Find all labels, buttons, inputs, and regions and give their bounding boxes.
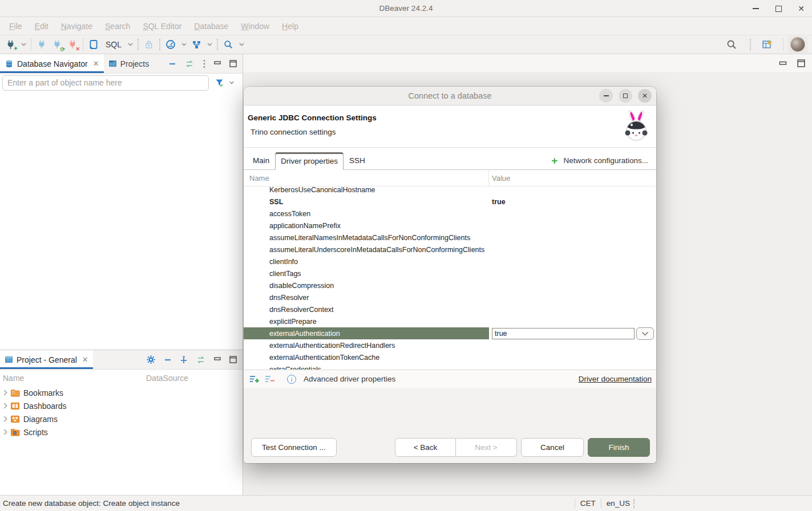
remove-property-icon[interactable] xyxy=(265,375,275,383)
property-value-dropdown-button[interactable] xyxy=(636,327,654,340)
link-with-editor-icon[interactable] xyxy=(196,356,206,364)
menu-edit[interactable]: Edit xyxy=(29,19,54,34)
property-row[interactable]: dnsResolverContext xyxy=(244,303,656,315)
dialog-minimize-button[interactable] xyxy=(599,89,613,103)
user-avatar[interactable] xyxy=(788,36,807,53)
editor-strip xyxy=(243,54,812,73)
property-row[interactable]: KerberosUseCanonicalHostname xyxy=(244,186,656,196)
network-configurations-button[interactable]: + Network configurations... xyxy=(551,156,652,169)
property-row-selected[interactable]: externalAuthentication xyxy=(244,327,656,339)
dialog-titlebar[interactable]: Connect to a database ✕ xyxy=(244,87,656,106)
column-name[interactable]: Name xyxy=(244,170,489,186)
dashboard-dropdown-icon[interactable] xyxy=(181,43,187,46)
navigator-tree[interactable] xyxy=(0,92,243,350)
expand-all-icon[interactable] xyxy=(180,356,188,364)
chevron-right-icon[interactable] xyxy=(3,390,8,396)
finish-button[interactable]: Finish xyxy=(588,438,650,457)
tree-item-diagrams[interactable]: Diagrams xyxy=(0,412,243,425)
menu-file[interactable]: File xyxy=(3,19,28,34)
window-maximize-button[interactable] xyxy=(773,3,783,14)
collapse-all-icon[interactable] xyxy=(164,356,172,364)
driver-documentation-link[interactable]: Driver documentation xyxy=(579,375,652,383)
chevron-right-icon[interactable] xyxy=(3,416,8,422)
collapse-all-icon[interactable] xyxy=(168,60,176,68)
add-property-icon[interactable] xyxy=(249,375,260,383)
sql-editor-icon[interactable] xyxy=(88,38,99,51)
menu-database[interactable]: Database xyxy=(188,19,234,34)
new-connection-plug-icon[interactable]: + xyxy=(5,38,16,51)
tree-item-scripts[interactable]: Scripts xyxy=(0,425,243,439)
window-close-button[interactable]: ✕ xyxy=(796,3,806,14)
cancel-button[interactable]: Cancel xyxy=(521,438,584,457)
projects-icon xyxy=(108,59,117,68)
driver-manager-icon[interactable] xyxy=(191,38,202,51)
property-row[interactable]: clientInfo xyxy=(244,256,656,267)
next-button[interactable]: Next > xyxy=(456,438,517,457)
test-connection-button[interactable]: Test Connection ... xyxy=(251,438,337,457)
dashboard-gauge-icon[interactable] xyxy=(165,38,176,51)
tree-item-bookmarks[interactable]: Bookmarks xyxy=(0,386,243,399)
property-row[interactable]: externalAuthenticationRedirectHandlers xyxy=(244,339,656,351)
window-minimize-button[interactable] xyxy=(750,3,761,14)
settings-gear-icon[interactable] xyxy=(146,355,156,364)
maximize-panel-icon[interactable] xyxy=(229,60,237,67)
property-row[interactable]: disableCompression xyxy=(244,279,656,291)
reconnect-plug-icon[interactable]: ⟳ xyxy=(51,38,63,51)
tab-main[interactable]: Main xyxy=(247,152,275,169)
dialog-close-button[interactable]: ✕ xyxy=(638,89,652,103)
column-datasource[interactable]: DataSource xyxy=(146,374,243,383)
sql-dropdown-icon[interactable] xyxy=(128,43,133,46)
column-name[interactable]: Name xyxy=(0,374,146,383)
property-row[interactable]: explicitPrepare xyxy=(244,315,656,327)
menu-navigate[interactable]: Navigate xyxy=(55,19,98,34)
disconnect-plug-icon[interactable]: ✕ xyxy=(67,38,78,51)
tab-database-navigator[interactable]: Database Navigator ✕ xyxy=(0,54,104,73)
property-row[interactable]: assumeLiteralUnderscoreInMetadataCallsFo… xyxy=(244,244,656,256)
menu-search[interactable]: Search xyxy=(99,19,136,34)
maximize-panel-icon[interactable] xyxy=(229,356,237,363)
show-view-icon[interactable] xyxy=(761,38,773,51)
property-row[interactable]: dnsResolver xyxy=(244,291,656,303)
property-row[interactable]: externalAuthenticationTokenCache xyxy=(244,351,656,363)
menu-window[interactable]: Window xyxy=(235,19,275,34)
tab-driver-properties[interactable]: Driver properties xyxy=(275,152,344,170)
view-menu-icon[interactable] xyxy=(203,59,206,68)
connect-plug-icon[interactable] xyxy=(36,38,47,51)
chevron-right-icon[interactable] xyxy=(3,429,8,435)
tab-close-icon[interactable]: ✕ xyxy=(93,59,99,68)
minimize-editor-icon[interactable] xyxy=(779,60,787,67)
minimize-panel-icon[interactable] xyxy=(214,356,221,363)
property-row[interactable]: SSLtrue xyxy=(244,196,656,208)
driver-manager-dropdown-icon[interactable] xyxy=(207,43,212,46)
back-button[interactable]: < Back xyxy=(395,438,456,457)
object-filter-input[interactable] xyxy=(2,75,209,91)
new-connection-dropdown-icon[interactable] xyxy=(21,43,26,46)
sql-toolbar-label[interactable]: SQL xyxy=(106,40,122,49)
tab-close-icon[interactable]: ✕ xyxy=(82,355,88,364)
global-search-icon[interactable] xyxy=(726,38,737,51)
search-dropdown-icon[interactable] xyxy=(239,43,244,46)
tree-item-dashboards[interactable]: Dashboards xyxy=(0,399,243,412)
tab-projects[interactable]: Projects xyxy=(104,54,154,73)
auto-commit-lock-icon[interactable] xyxy=(143,38,155,51)
property-row[interactable]: extraCredentials xyxy=(244,363,656,370)
property-row[interactable]: applicationNamePrefix xyxy=(244,220,656,232)
property-row[interactable]: clientTags xyxy=(244,267,656,279)
tab-ssh[interactable]: SSH xyxy=(344,152,371,169)
property-row[interactable]: accessToken xyxy=(244,208,656,220)
tab-project-general[interactable]: Project - General ✕ xyxy=(0,350,93,369)
property-row[interactable]: assumeLiteralNamesInMetadataCallsForNonC… xyxy=(244,232,656,244)
property-value-input[interactable] xyxy=(492,328,635,339)
status-locale[interactable]: en_US xyxy=(607,499,630,508)
menu-sql-editor[interactable]: SQL Editor xyxy=(137,19,187,34)
link-with-editor-icon[interactable] xyxy=(184,60,195,68)
chevron-right-icon[interactable] xyxy=(3,403,8,409)
menu-help[interactable]: Help xyxy=(276,19,304,34)
column-value[interactable]: Value xyxy=(489,174,656,182)
minimize-panel-icon[interactable] xyxy=(214,60,221,67)
search-db-icon[interactable] xyxy=(223,38,234,51)
filter-settings-button[interactable] xyxy=(209,78,240,87)
dialog-maximize-button[interactable] xyxy=(619,89,632,103)
status-timezone[interactable]: CET xyxy=(580,499,596,508)
maximize-editor-icon[interactable] xyxy=(797,59,805,67)
